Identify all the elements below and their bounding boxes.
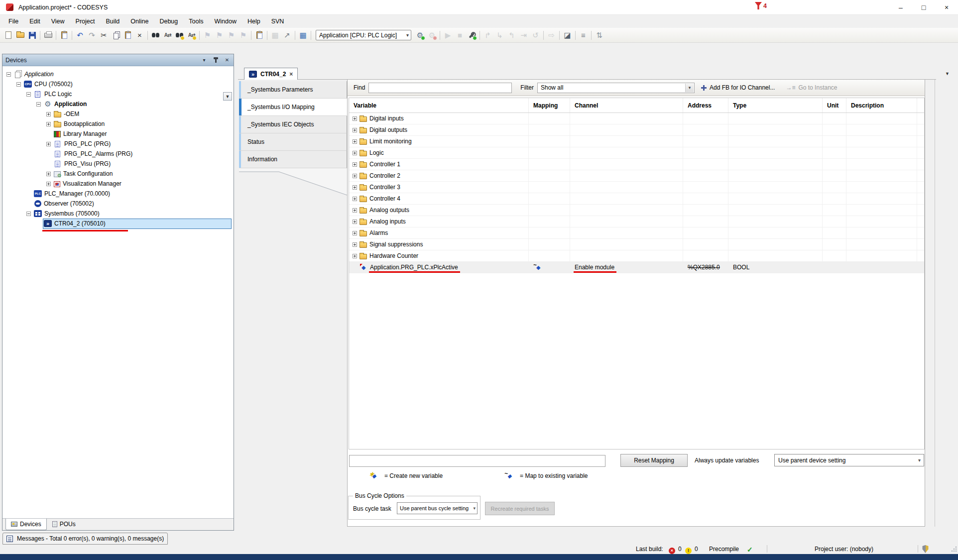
step-over-icon[interactable]: ↱ [482, 30, 493, 41]
messages-tab[interactable]: Messages - Total 0 error(s), 0 warning(s… [2, 533, 168, 545]
tree-expander[interactable] [26, 212, 31, 216]
table-row[interactable]: Limit monitoring [349, 136, 924, 147]
start-icon[interactable]: ▶ [442, 30, 454, 41]
table-row[interactable]: Controller 4 [349, 193, 924, 205]
column-header-mapping[interactable]: Mapping [529, 98, 570, 112]
tree-expander[interactable] [46, 122, 51, 126]
table-row[interactable]: Controller 1 [349, 159, 924, 170]
tree-expander[interactable] [46, 172, 51, 176]
table-row[interactable]: Logic [349, 147, 924, 159]
tab-status[interactable]: Status [239, 133, 347, 151]
table-row[interactable]: Hardware Counter [349, 250, 924, 262]
menu-item-view[interactable]: View [46, 16, 70, 27]
set-next-statement-icon[interactable]: ⇨ [546, 30, 557, 41]
run-to-cursor-icon[interactable]: ⇥ [518, 30, 529, 41]
table-row[interactable]: Digital outputs [349, 124, 924, 136]
tree-item-prg-plc-prg[interactable]: PRG_PLC (PRG) [2, 139, 234, 149]
step-out-icon[interactable]: ↰ [506, 30, 517, 41]
tree-item-plc-manager-70-0000[interactable]: PLC_Manager (70.0000) [2, 189, 234, 199]
open-project-icon[interactable] [14, 30, 26, 41]
cut-icon[interactable]: ✂ [98, 30, 110, 41]
bookmark-next-icon[interactable]: ⚑ [226, 30, 237, 41]
tree-item-systembus-705000[interactable]: Systembus (705000) [2, 209, 234, 219]
table-row[interactable]: Controller 3 [349, 182, 924, 193]
close-button[interactable]: × [935, 0, 958, 15]
reset-mapping-button[interactable]: Reset Mapping [620, 454, 688, 467]
tree-expander[interactable] [16, 82, 21, 87]
tab-pous[interactable]: POUs [47, 519, 81, 530]
menu-item-file[interactable]: File [3, 16, 24, 27]
editor-tab-ctr04-2[interactable]: CTR04_2 × [244, 68, 298, 80]
add-fb-button[interactable]: Add FB for IO Channel... [697, 81, 779, 94]
panel-close-icon[interactable]: ✕ [224, 57, 231, 64]
tree-options-dropdown[interactable]: ▼ [223, 92, 232, 101]
tree-item-prg-plc-alarms-prg[interactable]: PRG_PLC_Alarms (PRG) [2, 149, 234, 159]
tree-expander[interactable] [353, 231, 357, 235]
find-icon[interactable] [150, 30, 161, 41]
tree-item-observer-705002[interactable]: Observer (705002) [2, 199, 234, 209]
tree-item-application[interactable]: Application [2, 99, 234, 109]
minimize-button[interactable]: – [889, 0, 912, 15]
tree-expander[interactable] [46, 142, 51, 146]
tree-expander[interactable] [46, 182, 51, 186]
column-header-type[interactable]: Type [728, 98, 823, 112]
tree-expander[interactable] [353, 128, 357, 132]
always-update-dropdown[interactable]: Use parent device setting [774, 454, 924, 466]
tree-item-cpu-705002[interactable]: CPU (705002) [2, 79, 234, 89]
bookmark-toggle-icon[interactable]: ⚑ [202, 30, 213, 41]
table-row[interactable]: Signal suppressions [349, 239, 924, 250]
menu-item-window[interactable]: Window [209, 16, 241, 27]
tab-systembus-iec-objects[interactable]: _Systembus IEC Objects [239, 116, 347, 133]
panel-menu-icon[interactable]: ▾ [201, 57, 208, 64]
filter-dropdown[interactable]: Show all [537, 83, 695, 93]
bookmark-clear-icon[interactable]: ⚑ [238, 30, 249, 41]
column-header-variable[interactable]: Variable [349, 98, 529, 112]
stop-icon[interactable]: ■ [454, 30, 466, 41]
login-icon[interactable] [466, 30, 478, 41]
table-row[interactable]: Analog outputs [349, 205, 924, 216]
menu-item-build[interactable]: Build [100, 16, 125, 27]
menu-item-debug[interactable]: Debug [154, 16, 183, 27]
column-header-description[interactable]: Description [846, 98, 917, 112]
tab-systembus-i-o-mapping[interactable]: _Systembus I/O Mapping [239, 99, 347, 116]
notification-flag[interactable]: 4 [755, 2, 767, 9]
tree-expander[interactable] [26, 92, 31, 97]
bus-cycle-task-dropdown[interactable]: Use parent bus cycle setting [397, 502, 478, 514]
tree-item-plc-logic[interactable]: PLC Logic [2, 89, 234, 99]
tree-expander[interactable] [353, 139, 357, 144]
table-row[interactable]: Alarms [349, 227, 924, 239]
force-values-icon[interactable]: ≡ [578, 30, 589, 41]
tab-systembus-parameters[interactable]: _Systembus Parameters [239, 81, 347, 99]
security-shield-icon[interactable] [922, 545, 929, 553]
tab-close-icon[interactable]: × [289, 71, 293, 78]
tree-item-application[interactable]: Application [2, 69, 234, 79]
tab-devices[interactable]: Devices [5, 519, 47, 530]
find-in-project-icon[interactable] [174, 30, 185, 41]
tree-expander[interactable] [353, 208, 357, 213]
tree-item-task-configuration[interactable]: Task Configuration [2, 169, 234, 179]
tree-expander[interactable] [6, 72, 11, 77]
tree-expander[interactable] [36, 102, 41, 107]
column-header-address[interactable]: Address [683, 98, 728, 112]
find-input[interactable] [368, 83, 512, 93]
copy-icon[interactable] [110, 30, 121, 41]
tree-expander[interactable] [353, 254, 357, 258]
column-header-unit[interactable]: Unit [823, 98, 846, 112]
menu-item-tools[interactable]: Tools [183, 16, 209, 27]
declarations-icon[interactable]: ▦ [269, 30, 281, 41]
pin-icon[interactable] [212, 57, 219, 64]
paste-icon[interactable] [122, 30, 133, 41]
bookmark-prev-icon[interactable]: ⚑ [214, 30, 225, 41]
tree-expander[interactable] [353, 242, 357, 247]
tree-expander[interactable] [353, 197, 357, 201]
breakpoints-icon[interactable]: ◪ [562, 30, 573, 41]
save-icon[interactable] [26, 30, 38, 41]
tree-expander[interactable] [353, 185, 357, 190]
input-assistant-icon[interactable] [253, 30, 265, 41]
replace-icon[interactable] [162, 30, 173, 41]
mapping-edit-input[interactable] [349, 455, 605, 467]
table-row[interactable]: Analog inputs [349, 216, 924, 227]
menu-item-edit[interactable]: Edit [24, 16, 46, 27]
tab-information[interactable]: Information [239, 151, 347, 168]
maximize-button[interactable]: □ [912, 0, 935, 15]
